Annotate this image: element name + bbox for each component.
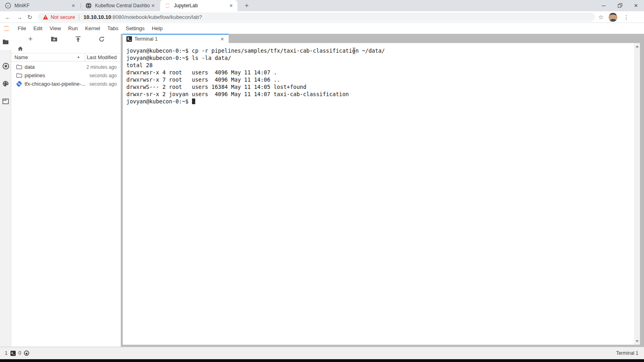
browser-toolbar: ← → ↻ Not secure 10.10.10.10:8080/notebo… <box>0 11 644 23</box>
sidebar-tab-open-tabs[interactable] <box>0 93 11 109</box>
filebrowser-header: Name ▲ Last Modified <box>11 53 121 62</box>
file-modified: seconds ago <box>89 73 117 78</box>
running-sessions-icon <box>2 63 9 70</box>
browser-tab-kubeflow[interactable]: Kubeflow Central Dashboard ✕ <box>81 0 159 11</box>
arrikto-circle-icon: rr <box>5 2 11 9</box>
warning-icon <box>43 14 48 20</box>
browser-tab-minikf[interactable]: rr MiniKF ✕ <box>1 0 80 11</box>
window-controls: ✕ <box>596 0 644 11</box>
terminal-prompt-line: jovyan@kubecon-0:~$ <box>126 98 634 105</box>
terminal-widget[interactable]: jovyan@kubecon-0:~$ cp -r pipelines/samp… <box>123 43 640 345</box>
menu-file[interactable]: File <box>14 23 30 34</box>
terminal-tab-close-icon[interactable]: ✕ <box>219 36 225 42</box>
menu-edit[interactable]: Edit <box>30 23 46 34</box>
menu-run[interactable]: Run <box>64 23 81 34</box>
bookmark-star-icon[interactable]: ☆ <box>597 13 605 22</box>
palette-icon <box>2 80 9 87</box>
menu-kernel[interactable]: Kernel <box>81 23 104 34</box>
tab-close-icon[interactable]: ✕ <box>70 2 76 9</box>
terminal-line: total 28 <box>126 62 634 69</box>
current-widget-status[interactable]: Terminal 1 <box>616 347 638 359</box>
terminal-icon: $_ <box>10 351 16 356</box>
running-sessions-status[interactable]: 1 $_ 0 <box>5 347 29 359</box>
tab-close-icon[interactable]: ✕ <box>228 2 234 9</box>
file-row-pipelines[interactable]: pipelines seconds ago <box>11 71 121 80</box>
terminal-scrollbar[interactable] <box>634 43 640 345</box>
pipeline-file-icon <box>16 81 22 87</box>
file-name: data <box>25 64 35 70</box>
url-path: :8080/notebook/kubeflow/kubecon/lab? <box>111 14 202 20</box>
folder-icon <box>16 64 22 70</box>
file-modified: seconds ago <box>89 81 117 87</box>
forward-button[interactable]: → <box>14 12 24 22</box>
terminal-line: jovyan@kubecon-0:~$ ls -la data/ <box>126 54 634 62</box>
window-close-button[interactable]: ✕ <box>628 0 644 11</box>
browser-menu-icon[interactable]: ⋮ <box>622 13 630 22</box>
mouse-ibeam-cursor <box>353 48 355 54</box>
tab-close-icon[interactable]: ✕ <box>150 2 156 9</box>
window-restore-button[interactable] <box>612 0 628 11</box>
new-launcher-button[interactable]: + <box>27 35 35 43</box>
jupyterlab-menubar: File Edit View Run Kernel Tabs Settings … <box>0 23 644 34</box>
sort-caret-icon: ▲ <box>77 55 80 59</box>
address-bar[interactable]: Not secure 10.10.10.10:8080/notebook/kub… <box>38 12 595 22</box>
file-name: pipelines <box>25 72 45 78</box>
back-button[interactable]: ← <box>3 12 13 22</box>
terminal-line: drwxrwsr-x 7 root users 4096 May 11 14:0… <box>126 76 634 83</box>
scroll-up-icon[interactable] <box>636 45 639 47</box>
jupyter-icon <box>164 2 171 9</box>
security-status[interactable]: Not secure <box>51 14 75 20</box>
new-tab-button[interactable]: + <box>242 1 252 10</box>
url-host: 10.10.10.10 <box>83 14 111 20</box>
terminal-tab[interactable]: $_ Terminal 1 ✕ <box>123 34 229 43</box>
scroll-down-icon[interactable] <box>636 340 639 342</box>
file-modified: 2 minutes ago <box>87 64 117 70</box>
jupyterlab-statusbar: 1 $_ 0 Terminal 1 <box>0 347 644 359</box>
browser-tabstrip: rr MiniKF ✕ Kubeflow Central Dashboard ✕… <box>0 0 644 11</box>
column-header-modified[interactable]: Last Modified <box>87 55 117 60</box>
menu-help[interactable]: Help <box>148 23 166 34</box>
column-divider <box>85 53 85 62</box>
dock-panel: $_ Terminal 1 ✕ jovyan@kubecon-0:~$ cp -… <box>121 34 644 347</box>
kernel-count: 0 <box>19 350 21 356</box>
browser-tab-jupyterlab[interactable]: JupyterLab ✕ <box>160 0 237 11</box>
jupyter-logo-icon <box>2 25 11 33</box>
window-minimize-button[interactable] <box>596 0 612 11</box>
terminal-count: 1 <box>5 350 8 356</box>
plus-icon: + <box>28 35 33 43</box>
column-header-name[interactable]: Name <box>14 55 28 60</box>
tab-separator <box>80 3 81 8</box>
sidebar-tab-running[interactable] <box>0 58 11 74</box>
menu-settings[interactable]: Settings <box>122 23 148 34</box>
sidebar-tab-filebrowser[interactable] <box>0 34 11 50</box>
upload-button[interactable] <box>74 35 82 43</box>
home-icon[interactable] <box>18 46 23 51</box>
svg-text:rr: rr <box>7 4 9 7</box>
terminal-output[interactable]: jovyan@kubecon-0:~$ cp -r pipelines/samp… <box>123 43 634 345</box>
menu-view[interactable]: View <box>46 23 64 34</box>
file-row-data[interactable]: data 2 minutes ago <box>11 63 121 71</box>
sidebar-tab-commands[interactable] <box>0 76 11 92</box>
refresh-button[interactable] <box>98 35 106 43</box>
upload-icon <box>75 36 81 42</box>
terminal-line: drwxrwS--- 2 root users 16384 May 11 14:… <box>126 83 634 90</box>
browser-tab-title: JupyterLab <box>174 3 228 8</box>
refresh-icon <box>99 36 105 42</box>
minimize-icon <box>602 6 606 6</box>
profile-avatar[interactable] <box>609 13 617 22</box>
browser-tab-title: MiniKF <box>14 3 70 8</box>
file-row-tfx-pipeline[interactable]: tfx-chicago-taxi-pipeline-... seconds ag… <box>11 80 121 88</box>
screen-bottom-edge <box>0 359 644 362</box>
terminal-tab-label: Terminal 1 <box>134 36 158 42</box>
terminal-line: jovyan@kubecon-0:~$ cp -r pipelines/samp… <box>126 47 634 54</box>
new-folder-button[interactable] <box>50 35 58 43</box>
terminal-icon: $_ <box>126 36 132 42</box>
omnibox-divider <box>79 14 79 20</box>
browser-tab-title: Kubeflow Central Dashboard <box>95 3 150 8</box>
dock-tabbar: $_ Terminal 1 ✕ <box>121 34 644 43</box>
tabs-icon <box>2 99 9 104</box>
menu-tabs[interactable]: Tabs <box>104 23 122 34</box>
breadcrumb <box>11 44 121 53</box>
reload-button[interactable]: ↻ <box>25 12 35 22</box>
url-text[interactable]: 10.10.10.10:8080/notebook/kubeflow/kubec… <box>83 14 202 20</box>
